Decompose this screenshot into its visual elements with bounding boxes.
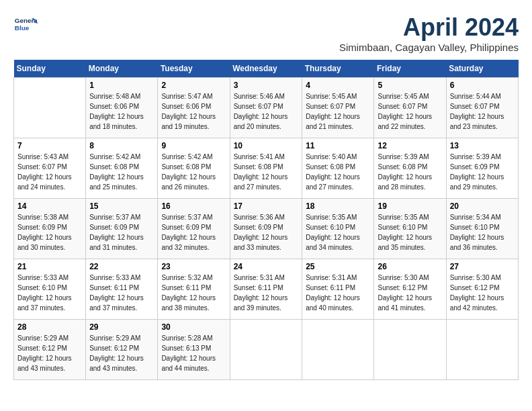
calendar-cell: 12Sunrise: 5:39 AM Sunset: 6:08 PM Dayli… [374,138,446,199]
calendar-cell: 20Sunrise: 5:34 AM Sunset: 6:10 PM Dayli… [446,199,518,259]
day-number: 13 [450,141,515,150]
day-info: Sunrise: 5:41 AM Sunset: 6:08 PM Dayligh… [234,152,299,192]
calendar-subtitle: Simimbaan, Cagayan Valley, Philippines [339,42,519,53]
day-number: 21 [17,262,82,271]
day-number: 10 [234,141,299,150]
day-number: 17 [234,201,299,211]
calendar-title: April 2024 [339,13,519,42]
calendar-cell: 4Sunrise: 5:45 AM Sunset: 6:07 PM Daylig… [302,78,374,138]
day-info: Sunrise: 5:42 AM Sunset: 6:08 PM Dayligh… [161,152,226,192]
day-info: Sunrise: 5:32 AM Sunset: 6:11 PM Dayligh… [161,273,226,313]
calendar-cell: 14Sunrise: 5:38 AM Sunset: 6:09 PM Dayli… [14,199,86,259]
calendar-cell: 19Sunrise: 5:35 AM Sunset: 6:10 PM Dayli… [374,199,446,259]
day-number: 6 [450,81,515,90]
calendar-cell: 18Sunrise: 5:35 AM Sunset: 6:10 PM Dayli… [302,199,374,259]
day-number: 11 [306,141,370,150]
calendar-week-row: 1Sunrise: 5:48 AM Sunset: 6:06 PM Daylig… [14,78,519,138]
calendar-week-row: 21Sunrise: 5:33 AM Sunset: 6:10 PM Dayli… [14,259,519,320]
day-info: Sunrise: 5:45 AM Sunset: 6:07 PM Dayligh… [306,91,370,132]
logo-icon: General Blue [13,13,38,38]
day-info: Sunrise: 5:30 AM Sunset: 6:12 PM Dayligh… [450,273,515,313]
calendar-cell: 28Sunrise: 5:29 AM Sunset: 6:12 PM Dayli… [14,320,86,380]
day-info: Sunrise: 5:28 AM Sunset: 6:13 PM Dayligh… [161,333,226,373]
calendar-cell: 6Sunrise: 5:44 AM Sunset: 6:07 PM Daylig… [446,78,518,138]
calendar-cell: 24Sunrise: 5:31 AM Sunset: 6:11 PM Dayli… [230,259,302,320]
day-number: 15 [89,201,154,211]
day-info: Sunrise: 5:38 AM Sunset: 6:09 PM Dayligh… [17,212,82,253]
calendar-cell: 8Sunrise: 5:42 AM Sunset: 6:08 PM Daylig… [86,138,158,199]
day-info: Sunrise: 5:47 AM Sunset: 6:06 PM Dayligh… [161,91,226,132]
day-number: 2 [161,81,226,90]
day-info: Sunrise: 5:40 AM Sunset: 6:08 PM Dayligh… [306,152,370,192]
day-number: 4 [306,81,370,90]
calendar-cell: 27Sunrise: 5:30 AM Sunset: 6:12 PM Dayli… [446,259,518,320]
day-number: 1 [89,81,154,90]
calendar-cell: 17Sunrise: 5:36 AM Sunset: 6:09 PM Dayli… [230,199,302,259]
day-number: 19 [378,201,442,211]
calendar-cell: 7Sunrise: 5:43 AM Sunset: 6:07 PM Daylig… [14,138,86,199]
day-info: Sunrise: 5:30 AM Sunset: 6:12 PM Dayligh… [378,273,442,313]
calendar-cell: 15Sunrise: 5:37 AM Sunset: 6:09 PM Dayli… [86,199,158,259]
day-number: 27 [450,262,515,271]
calendar-cell: 13Sunrise: 5:39 AM Sunset: 6:09 PM Dayli… [446,138,518,199]
day-number: 14 [17,201,82,211]
day-info: Sunrise: 5:39 AM Sunset: 6:08 PM Dayligh… [378,152,442,192]
weekday-header: Thursday [302,60,374,78]
day-number: 16 [161,201,226,211]
day-number: 8 [89,141,154,150]
weekday-header: Monday [86,60,158,78]
day-number: 25 [306,262,370,271]
calendar-cell [14,78,86,138]
day-number: 20 [450,201,515,211]
weekday-header-row: SundayMondayTuesdayWednesdayThursdayFrid… [14,60,519,78]
calendar-cell: 1Sunrise: 5:48 AM Sunset: 6:06 PM Daylig… [86,78,158,138]
day-info: Sunrise: 5:29 AM Sunset: 6:12 PM Dayligh… [89,333,154,373]
day-info: Sunrise: 5:37 AM Sunset: 6:09 PM Dayligh… [89,212,154,253]
calendar-cell [446,320,518,380]
day-info: Sunrise: 5:31 AM Sunset: 6:11 PM Dayligh… [234,273,299,313]
weekday-header: Tuesday [158,60,230,78]
calendar-week-row: 28Sunrise: 5:29 AM Sunset: 6:12 PM Dayli… [14,320,519,380]
calendar-cell: 16Sunrise: 5:37 AM Sunset: 6:09 PM Dayli… [158,199,230,259]
calendar-cell: 11Sunrise: 5:40 AM Sunset: 6:08 PM Dayli… [302,138,374,199]
day-info: Sunrise: 5:48 AM Sunset: 6:06 PM Dayligh… [89,91,154,132]
day-number: 7 [17,141,82,150]
calendar-cell: 10Sunrise: 5:41 AM Sunset: 6:08 PM Dayli… [230,138,302,199]
title-area: April 2024 Simimbaan, Cagayan Valley, Ph… [339,13,519,53]
day-info: Sunrise: 5:43 AM Sunset: 6:07 PM Dayligh… [17,152,82,192]
calendar-cell [302,320,374,380]
day-info: Sunrise: 5:46 AM Sunset: 6:07 PM Dayligh… [234,91,299,132]
day-info: Sunrise: 5:37 AM Sunset: 6:09 PM Dayligh… [161,212,226,253]
day-number: 30 [161,322,226,332]
header: General Blue April 2024 Simimbaan, Cagay… [13,13,519,53]
calendar-cell: 26Sunrise: 5:30 AM Sunset: 6:12 PM Dayli… [374,259,446,320]
day-info: Sunrise: 5:35 AM Sunset: 6:10 PM Dayligh… [378,212,442,253]
logo: General Blue [13,13,38,38]
day-number: 9 [161,141,226,150]
calendar-cell: 29Sunrise: 5:29 AM Sunset: 6:12 PM Dayli… [86,320,158,380]
calendar-week-row: 7Sunrise: 5:43 AM Sunset: 6:07 PM Daylig… [14,138,519,199]
day-info: Sunrise: 5:29 AM Sunset: 6:12 PM Dayligh… [17,333,82,373]
calendar-cell: 9Sunrise: 5:42 AM Sunset: 6:08 PM Daylig… [158,138,230,199]
calendar-week-row: 14Sunrise: 5:38 AM Sunset: 6:09 PM Dayli… [14,199,519,259]
weekday-header: Friday [374,60,446,78]
day-info: Sunrise: 5:31 AM Sunset: 6:11 PM Dayligh… [306,273,370,313]
calendar-cell: 2Sunrise: 5:47 AM Sunset: 6:06 PM Daylig… [158,78,230,138]
day-number: 29 [89,322,154,332]
day-info: Sunrise: 5:39 AM Sunset: 6:09 PM Dayligh… [450,152,515,192]
day-number: 18 [306,201,370,211]
day-info: Sunrise: 5:42 AM Sunset: 6:08 PM Dayligh… [89,152,154,192]
weekday-header: Sunday [14,60,86,78]
weekday-header: Wednesday [230,60,302,78]
calendar-cell: 22Sunrise: 5:33 AM Sunset: 6:11 PM Dayli… [86,259,158,320]
calendar-cell: 3Sunrise: 5:46 AM Sunset: 6:07 PM Daylig… [230,78,302,138]
day-number: 12 [378,141,442,150]
svg-text:Blue: Blue [15,24,30,32]
calendar-table: SundayMondayTuesdayWednesdayThursdayFrid… [13,60,519,380]
day-info: Sunrise: 5:44 AM Sunset: 6:07 PM Dayligh… [450,91,515,132]
day-number: 22 [89,262,154,271]
day-number: 23 [161,262,226,271]
day-number: 28 [17,322,82,332]
day-info: Sunrise: 5:45 AM Sunset: 6:07 PM Dayligh… [378,91,442,132]
day-info: Sunrise: 5:34 AM Sunset: 6:10 PM Dayligh… [450,212,515,253]
